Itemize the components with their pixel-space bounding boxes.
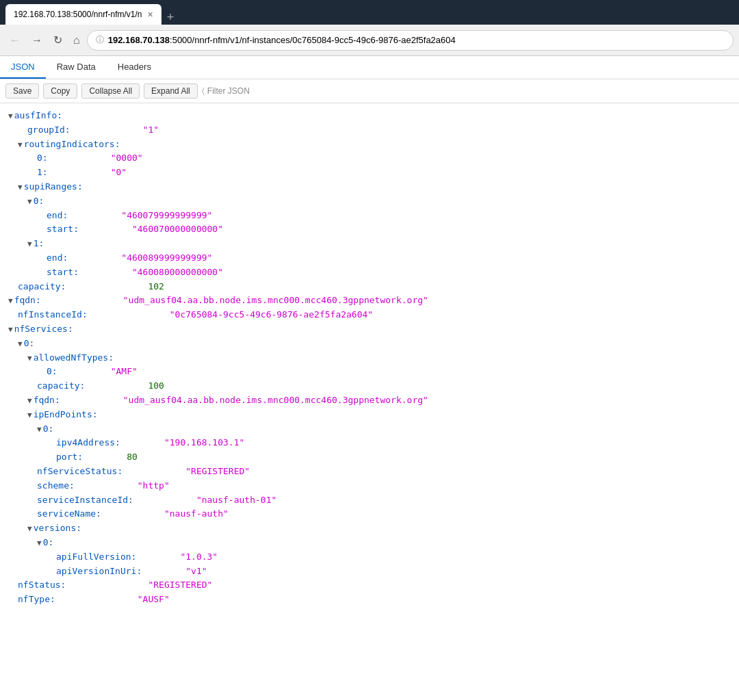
json-key: 1: [34, 237, 44, 251]
json-line: end:"460089999999999" [8, 251, 731, 265]
copy-button[interactable]: Copy [43, 83, 77, 99]
json-value: "0000" [111, 151, 143, 166]
json-key: start: [47, 265, 79, 280]
json-key: 0: [24, 337, 35, 351]
json-key: 0: [34, 194, 44, 209]
tab-title: 192.168.70.138:5000/nnrf-nfm/v1/n [14, 10, 142, 19]
json-line: apiVersionInUri:"v1" [8, 565, 731, 579]
address-path: :5000/nnrf-nfm/v1/nf-instances/0c765084-… [170, 35, 456, 45]
collapse-arrow[interactable]: ▼ [27, 238, 32, 250]
address-text: 192.168.70.138:5000/nnrf-nfm/v1/nf-insta… [108, 35, 456, 45]
collapse-arrow[interactable]: ▼ [18, 181, 23, 194]
json-key: start: [47, 222, 79, 237]
collapse-arrow[interactable]: ▼ [27, 395, 32, 407]
json-line: 1:"0" [8, 166, 731, 180]
json-content: ▼ausfInfo:groupId:"1"▼routingIndicators:… [0, 103, 739, 695]
json-line: ▼1: [8, 237, 731, 251]
collapse-arrow[interactable]: ▼ [8, 324, 13, 336]
json-toolbar: Save Copy Collapse All Expand All 〈 Filt… [0, 79, 739, 103]
json-line: nfStatus:"REGISTERED" [8, 578, 731, 593]
json-key: nfInstanceId: [18, 308, 88, 322]
json-line: start:"460070000000000" [8, 222, 731, 237]
json-line: ▼ipEndPoints: [8, 408, 731, 422]
active-tab[interactable]: 192.168.70.138:5000/nnrf-nfm/v1/n × [5, 4, 161, 25]
json-key: routingIndicators: [24, 138, 120, 152]
json-line: serviceName:"nausf-auth" [8, 507, 731, 521]
json-key: apiFullVersion: [56, 550, 136, 565]
json-key: end: [47, 209, 68, 223]
json-value: "460080000000000" [132, 265, 223, 280]
json-line: ▼ausfInfo: [8, 109, 731, 123]
json-key: port: [56, 450, 83, 465]
tab-headers[interactable]: Headers [107, 56, 162, 79]
json-line: ▼versions: [8, 521, 731, 536]
json-key: end: [47, 251, 68, 265]
address-host: 192.168.70.138 [108, 35, 170, 45]
collapse-arrow[interactable]: ▼ [8, 295, 13, 307]
collapse-arrow[interactable]: ▼ [27, 523, 32, 535]
save-button[interactable]: Save [5, 83, 39, 99]
json-key: ipv4Address: [56, 436, 120, 450]
json-value: "v1" [185, 565, 207, 579]
tab-close-button[interactable]: × [147, 9, 153, 20]
tab-raw-data[interactable]: Raw Data [46, 56, 107, 79]
json-value: "nausf-auth-01" [196, 493, 276, 508]
json-value: "460079999999999" [121, 209, 212, 223]
json-line: nfInstanceId:"0c765084-9cc5-49c6-9876-ae… [8, 308, 731, 322]
json-value: "udm_ausf04.aa.bb.node.ims.mnc000.mcc460… [123, 393, 428, 408]
json-key: versions: [34, 521, 81, 536]
json-line: ▼routingIndicators: [8, 138, 731, 152]
json-value: 80 [127, 450, 138, 465]
json-key: 0: [47, 365, 57, 379]
json-line: ▼0: [8, 194, 731, 209]
json-key: ausfInfo: [14, 109, 62, 123]
json-key: nfServices: [14, 322, 73, 337]
home-button[interactable]: ⌂ [69, 31, 84, 49]
json-value: "460070000000000" [132, 222, 223, 237]
json-value: "0" [111, 166, 127, 180]
address-bar[interactable]: ⓘ 192.168.70.138:5000/nnrf-nfm/v1/nf-ins… [87, 30, 734, 51]
json-line: groupId:"1" [8, 123, 731, 138]
json-value: "1.0.3" [180, 550, 218, 565]
collapse-arrow[interactable]: ▼ [37, 537, 42, 549]
tab-bar: 192.168.70.138:5000/nnrf-nfm/v1/n × + [5, 0, 179, 25]
json-key: scheme: [37, 479, 75, 493]
json-line: 0:"0000" [8, 151, 731, 166]
browser-titlebar: 192.168.70.138:5000/nnrf-nfm/v1/n × + [0, 0, 739, 25]
json-line: ▼0: [8, 536, 731, 550]
json-key: nfType: [18, 593, 55, 607]
json-line: nfServiceStatus:"REGISTERED" [8, 465, 731, 479]
json-key: serviceInstanceId: [37, 493, 133, 508]
collapse-arrow[interactable]: ▼ [18, 139, 23, 151]
json-key: serviceName: [37, 507, 101, 521]
collapse-arrow[interactable]: ▼ [8, 110, 13, 122]
json-key: capacity: [18, 280, 66, 294]
json-line: 0:"AMF" [8, 365, 731, 379]
collapse-all-button[interactable]: Collapse All [81, 83, 140, 99]
json-line: ▼0: [8, 422, 731, 437]
back-button[interactable]: ← [5, 31, 25, 49]
json-value: "AMF" [111, 365, 138, 379]
collapse-arrow[interactable]: ▼ [18, 338, 23, 350]
reload-button[interactable]: ↻ [49, 31, 66, 49]
json-value: "AUSF" [138, 593, 170, 607]
collapse-arrow[interactable]: ▼ [37, 424, 42, 436]
json-line: ▼allowedNfTypes: [8, 351, 731, 365]
filter-area: 〈 Filter JSON [202, 86, 250, 96]
json-key: 0: [37, 151, 48, 166]
filter-icon: 〈 [202, 86, 205, 96]
collapse-arrow[interactable]: ▼ [27, 352, 32, 365]
collapse-arrow[interactable]: ▼ [27, 409, 32, 422]
secure-icon: ⓘ [96, 34, 104, 46]
json-key: allowedNfTypes: [34, 351, 114, 365]
json-value: "REGISTERED" [148, 578, 212, 593]
json-line: serviceInstanceId:"nausf-auth-01" [8, 493, 731, 508]
forward-button[interactable]: → [27, 31, 47, 49]
collapse-arrow[interactable]: ▼ [27, 196, 32, 208]
new-tab-button[interactable]: + [161, 10, 180, 25]
json-key: 0: [43, 422, 54, 437]
tab-json[interactable]: JSON [0, 56, 46, 79]
expand-all-button[interactable]: Expand All [144, 83, 198, 99]
json-line: ipv4Address:"190.168.103.1" [8, 436, 731, 450]
json-line: start:"460080000000000" [8, 265, 731, 280]
